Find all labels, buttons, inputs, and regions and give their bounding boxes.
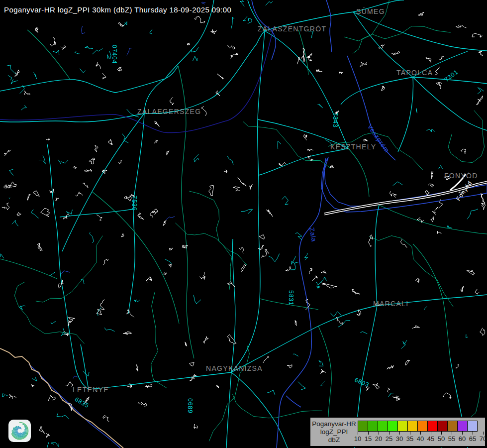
village-outline bbox=[467, 270, 475, 275]
minor-road bbox=[319, 360, 323, 366]
village-outline bbox=[456, 364, 459, 368]
minor-road bbox=[248, 18, 252, 24]
village-outline bbox=[194, 16, 205, 23]
legend-tick-label: 10 bbox=[354, 435, 361, 443]
village-outline bbox=[167, 151, 169, 155]
village-outline bbox=[472, 33, 482, 37]
village-outline bbox=[35, 27, 38, 32]
town-label: SÜMEG bbox=[356, 7, 385, 15]
village-outline bbox=[155, 121, 159, 127]
village-outline bbox=[443, 393, 452, 398]
village-outline bbox=[68, 320, 73, 326]
village-outline bbox=[41, 208, 50, 217]
village-outline bbox=[242, 265, 246, 272]
village-outline bbox=[170, 248, 173, 250]
village-outline bbox=[321, 271, 326, 273]
minor-road bbox=[81, 279, 84, 284]
legend-tick-label: 30 bbox=[396, 435, 403, 443]
village-outline bbox=[50, 37, 56, 46]
village-outline bbox=[102, 73, 106, 79]
river-network bbox=[29, 0, 395, 448]
village-outline bbox=[304, 135, 307, 140]
village-outline bbox=[201, 106, 206, 115]
minor-road bbox=[227, 156, 233, 165]
village-outline bbox=[435, 67, 440, 75]
village-outline bbox=[55, 198, 59, 201]
village-outline bbox=[4, 150, 11, 155]
minor-road bbox=[151, 292, 167, 388]
minor-road bbox=[85, 46, 93, 49]
village-outline bbox=[477, 96, 483, 105]
minor-road bbox=[278, 141, 281, 149]
minor-road bbox=[39, 156, 45, 164]
legend-color-cell bbox=[467, 421, 478, 432]
village-outline bbox=[209, 185, 214, 196]
creek bbox=[127, 48, 132, 56]
village-outline bbox=[426, 57, 431, 63]
minor-road bbox=[393, 182, 403, 186]
village-outline bbox=[297, 57, 300, 64]
village-outline bbox=[263, 356, 269, 363]
village-outline bbox=[49, 189, 54, 193]
village-outline bbox=[388, 388, 390, 392]
minor-road bbox=[8, 75, 12, 80]
legend-unit: dbZ bbox=[328, 436, 340, 444]
village-outline bbox=[475, 289, 479, 294]
village-outline bbox=[163, 221, 166, 225]
minor-road bbox=[7, 65, 16, 75]
river-zala bbox=[277, 158, 326, 448]
river-mura bbox=[29, 364, 120, 448]
minor-road bbox=[34, 73, 37, 79]
minor-road bbox=[36, 236, 103, 303]
legend-color-cell bbox=[378, 421, 388, 432]
village-outline bbox=[461, 286, 464, 292]
village-outline bbox=[224, 170, 227, 173]
minor-road bbox=[11, 79, 18, 84]
minor-road bbox=[353, 26, 451, 54]
minor-road bbox=[165, 259, 172, 264]
minor-road bbox=[231, 17, 234, 29]
village-outline bbox=[37, 243, 42, 250]
village-outline bbox=[431, 217, 434, 223]
minor-road bbox=[295, 232, 302, 239]
village-outline bbox=[432, 207, 438, 216]
legend-tick-label: 40 bbox=[417, 435, 424, 443]
minor-road bbox=[448, 111, 485, 163]
minor-road bbox=[438, 165, 442, 169]
village-outline bbox=[164, 273, 166, 275]
village-outline bbox=[481, 203, 485, 210]
minor-road bbox=[266, 1, 273, 5]
minor-road bbox=[269, 254, 279, 262]
village-outline bbox=[97, 215, 102, 221]
village-outline bbox=[308, 156, 313, 161]
legend-tick-label: 55 bbox=[448, 435, 455, 443]
minor-road bbox=[466, 335, 468, 338]
legend-color-cell bbox=[358, 421, 368, 432]
village-outline bbox=[307, 54, 312, 58]
village-outline bbox=[2, 203, 9, 210]
village-outline bbox=[126, 310, 134, 317]
minor-road bbox=[401, 340, 407, 348]
minor-road bbox=[66, 210, 72, 214]
minor-road bbox=[134, 299, 140, 302]
village-outline bbox=[364, 139, 367, 141]
road-number-label: 5831 bbox=[288, 290, 294, 306]
minor-road bbox=[293, 354, 298, 356]
minor-road bbox=[292, 256, 296, 265]
village-outline bbox=[387, 365, 394, 369]
met-logo bbox=[8, 420, 31, 442]
minor-road bbox=[47, 442, 49, 448]
legend-tick-label: 45 bbox=[427, 435, 434, 443]
road-network bbox=[0, 0, 487, 448]
minor-road bbox=[176, 223, 232, 290]
town-label: TAPOLCA bbox=[396, 69, 433, 77]
town-label: ZALASZENTGRÓT bbox=[258, 25, 326, 33]
village-outline bbox=[17, 213, 21, 217]
village-outline bbox=[73, 166, 77, 169]
legend-tick bbox=[483, 432, 484, 435]
minor-road bbox=[193, 56, 197, 61]
minor-road bbox=[360, 332, 367, 334]
minor-road bbox=[427, 129, 436, 132]
road-number-label: 0689 bbox=[187, 398, 194, 414]
legend-tick bbox=[399, 432, 400, 435]
